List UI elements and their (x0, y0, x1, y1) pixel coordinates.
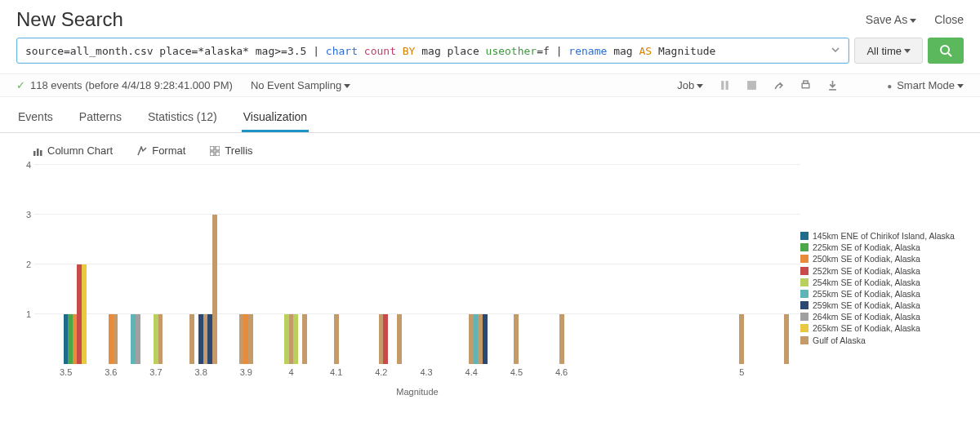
expand-search-icon[interactable] (831, 43, 840, 58)
legend-swatch (800, 267, 808, 275)
caret-down-icon (910, 19, 916, 23)
tab-visualization[interactable]: Visualization (242, 104, 309, 132)
legend-label: 264km SE of Kodiak, Alaska (813, 311, 920, 322)
bar[interactable] (207, 314, 212, 364)
x-tick: 4.4 (466, 367, 478, 377)
bar[interactable] (559, 314, 564, 364)
legend-item[interactable]: 259km SE of Kodiak, Alaska (800, 300, 964, 311)
y-tick: 4 (26, 160, 31, 170)
tab-statistics[interactable]: Statistics (12) (146, 104, 219, 132)
bar[interactable] (293, 314, 298, 364)
svg-rect-11 (210, 146, 214, 150)
bar[interactable] (784, 314, 789, 364)
svg-rect-14 (216, 152, 220, 156)
pause-button[interactable] (719, 80, 730, 91)
legend-label: 254km SE of Kodiak, Alaska (813, 277, 920, 288)
svg-point-0 (941, 46, 949, 54)
bar[interactable] (136, 314, 140, 364)
legend-swatch (800, 313, 808, 321)
legend-swatch (800, 278, 808, 286)
search-mode-menu[interactable]: Smart Mode (887, 79, 964, 91)
run-search-button[interactable] (928, 38, 964, 64)
bar[interactable] (212, 215, 217, 364)
bar[interactable] (514, 314, 519, 364)
page-title: New Search (16, 8, 123, 31)
search-query-text: source=all_month.csv place=*alaska* mag>… (25, 45, 715, 57)
caret-down-icon (904, 49, 911, 53)
x-tick: 4.6 (555, 367, 568, 377)
bar[interactable] (469, 314, 474, 364)
x-tick: 4.3 (420, 367, 432, 377)
legend-item[interactable]: 265km SE of Kodiak, Alaska (800, 322, 964, 334)
x-tick: 4.1 (330, 367, 342, 377)
x-tick: 5 (739, 367, 744, 377)
bar[interactable] (154, 314, 158, 364)
legend-item[interactable]: 264km SE of Kodiak, Alaska (800, 311, 964, 322)
svg-line-1 (948, 53, 951, 56)
svg-rect-9 (37, 149, 39, 156)
legend-swatch (800, 301, 808, 309)
format-button[interactable]: Format (137, 144, 185, 157)
time-range-picker[interactable]: All time (854, 38, 923, 64)
legend-label: 225km SE of Kodiak, Alaska (813, 242, 920, 253)
x-tick: 3.6 (105, 367, 117, 377)
bar[interactable] (109, 314, 114, 364)
bar[interactable] (243, 314, 248, 364)
bar[interactable] (82, 264, 87, 364)
chart-plot: 1234 Magnitude 3.53.63.73.83.944.14.24.3… (34, 165, 800, 385)
legend-label: 250km SE of Kodiak, Alaska (813, 253, 920, 264)
bar[interactable] (397, 314, 402, 364)
caret-down-icon (957, 84, 964, 88)
bar[interactable] (248, 314, 253, 364)
x-axis-title: Magnitude (396, 387, 438, 397)
svg-rect-2 (721, 81, 724, 90)
x-tick: 3.5 (60, 367, 72, 377)
svg-rect-4 (747, 81, 756, 90)
y-tick: 3 (26, 210, 31, 220)
legend-item[interactable]: 254km SE of Kodiak, Alaska (800, 277, 964, 288)
legend-label: 252km SE of Kodiak, Alaska (813, 265, 920, 277)
legend-label: 255km SE of Kodiak, Alaska (813, 288, 920, 300)
event-sampling-menu[interactable]: No Event Sampling (251, 79, 350, 91)
bar[interactable] (302, 314, 307, 364)
print-button[interactable] (800, 80, 811, 91)
bar[interactable] (189, 314, 194, 364)
svg-rect-12 (216, 146, 220, 150)
bar[interactable] (113, 314, 118, 364)
chart-type-picker[interactable]: Column Chart (33, 144, 113, 157)
x-tick: 4.5 (510, 367, 523, 377)
svg-rect-8 (33, 151, 36, 156)
bar[interactable] (383, 314, 388, 364)
legend-item[interactable]: 255km SE of Kodiak, Alaska (800, 288, 964, 300)
legend-item[interactable]: 252km SE of Kodiak, Alaska (800, 265, 964, 277)
svg-rect-3 (726, 81, 728, 90)
legend-item[interactable]: 250km SE of Kodiak, Alaska (800, 253, 964, 264)
bar[interactable] (483, 314, 488, 364)
bar[interactable] (131, 314, 136, 364)
legend-swatch (800, 243, 808, 251)
bar[interactable] (334, 314, 339, 364)
job-menu[interactable]: Job (677, 79, 703, 91)
legend-item[interactable]: 225km SE of Kodiak, Alaska (800, 242, 964, 253)
save-as-menu[interactable]: Save As (866, 13, 916, 26)
bar[interactable] (739, 314, 744, 364)
column-chart-icon (33, 146, 42, 156)
svg-rect-10 (40, 150, 42, 156)
legend-item[interactable]: 145km ENE of Chirikof Island, Alaska (800, 230, 964, 242)
close-button[interactable]: Close (934, 13, 964, 26)
stop-button[interactable] (746, 80, 757, 91)
legend-swatch (800, 336, 808, 344)
legend-label: Gulf of Alaska (813, 335, 866, 346)
chart-legend: 145km ENE of Chirikof Island, Alaska225k… (800, 165, 964, 385)
svg-rect-13 (210, 152, 214, 156)
legend-item[interactable]: Gulf of Alaska (800, 335, 964, 346)
search-input[interactable]: source=all_month.csv place=*alaska* mag>… (16, 38, 849, 64)
tab-patterns[interactable]: Patterns (78, 104, 123, 132)
tab-events[interactable]: Events (16, 104, 55, 132)
legend-swatch (800, 255, 808, 263)
bar[interactable] (158, 314, 163, 364)
caret-down-icon (344, 84, 350, 88)
trellis-button[interactable]: Trellis (210, 144, 252, 157)
export-button[interactable] (827, 80, 838, 91)
share-button[interactable] (773, 80, 784, 91)
